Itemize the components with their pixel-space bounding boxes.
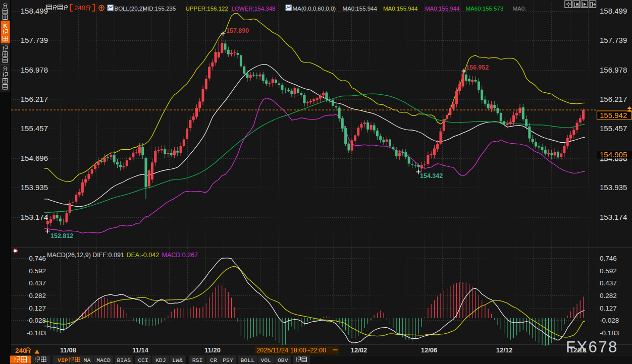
svg-text:156.217: 156.217 — [600, 95, 627, 103]
svg-text:0.746: 0.746 — [600, 255, 617, 262]
svg-text:0.282: 0.282 — [29, 292, 46, 299]
svg-text:154.342: 154.342 — [420, 172, 443, 179]
svg-text:154.696: 154.696 — [21, 154, 48, 162]
svg-text:11/08: 11/08 — [60, 346, 76, 354]
svg-text:MA: MA — [84, 357, 91, 363]
svg-text:MA0:155.944: MA0:155.944 — [383, 6, 418, 12]
svg-text:MACD(26,12,9) DIFF:0.091: MACD(26,12,9) DIFF:0.091 — [47, 252, 124, 259]
svg-text:157.890: 157.890 — [226, 27, 249, 34]
svg-text:0.282: 0.282 — [600, 292, 617, 299]
svg-text:157.739: 157.739 — [21, 36, 48, 44]
svg-text:0.437: 0.437 — [600, 279, 617, 287]
svg-text:-0.028: -0.028 — [27, 317, 46, 324]
svg-text:156.978: 156.978 — [600, 66, 627, 74]
svg-text:153.174: 153.174 — [21, 213, 48, 221]
svg-text:155.457: 155.457 — [21, 124, 48, 133]
svg-text:12/02: 12/02 — [351, 346, 367, 354]
svg-text:KDJ: KDJ — [155, 357, 166, 363]
svg-text:BOLL(20,2): BOLL(20,2) — [115, 6, 145, 12]
svg-text:154.905: 154.905 — [600, 150, 627, 159]
svg-text:MA0:: MA0: — [513, 6, 526, 12]
svg-text:BIAS: BIAS — [117, 357, 131, 363]
svg-text:153.935: 153.935 — [600, 183, 627, 192]
svg-text:MA60:155.573: MA60:155.573 — [466, 6, 504, 12]
svg-text:11/20: 11/20 — [204, 346, 221, 354]
svg-text:UPPER:156.122: UPPER:156.122 — [186, 6, 228, 12]
svg-text:RSI: RSI — [192, 357, 203, 363]
svg-text:155.942: 155.942 — [600, 111, 627, 119]
svg-text:-0.028: -0.028 — [600, 317, 619, 324]
svg-text:-0.183: -0.183 — [600, 329, 619, 337]
svg-text:CR: CR — [210, 357, 217, 363]
svg-text:VOL: VOL — [260, 357, 271, 363]
svg-text:VIP: VIP — [58, 357, 68, 363]
svg-text:DEA:-0.042: DEA:-0.042 — [127, 252, 160, 259]
svg-text:240: 240 — [15, 347, 27, 354]
svg-text:K: K — [4, 23, 8, 29]
svg-text:158.499: 158.499 — [21, 7, 48, 15]
svg-text:11/14: 11/14 — [132, 346, 149, 354]
svg-text:MID:155.235: MID:155.235 — [143, 6, 176, 12]
svg-text:156.978: 156.978 — [21, 66, 48, 74]
svg-text:12/12: 12/12 — [496, 346, 513, 354]
svg-text:PSY: PSY — [223, 357, 233, 363]
svg-text:MACD: MACD — [96, 357, 111, 363]
svg-text:153.935: 153.935 — [21, 183, 48, 192]
svg-text:MA0:155.944: MA0:155.944 — [343, 6, 378, 12]
svg-text:2025/11/24 18:00~22:00: 2025/11/24 18:00~22:00 — [256, 346, 326, 354]
svg-text:0.746: 0.746 — [29, 255, 46, 262]
svg-text:156.952: 156.952 — [466, 64, 489, 71]
svg-text:0.592: 0.592 — [600, 267, 617, 275]
svg-text:240: 240 — [74, 4, 85, 12]
svg-text:OBV: OBV — [278, 357, 288, 363]
svg-text:-0.183: -0.183 — [27, 329, 46, 337]
svg-text:0.127: 0.127 — [29, 305, 46, 312]
svg-text:158.499: 158.499 — [600, 7, 627, 15]
svg-text:0.127: 0.127 — [600, 305, 617, 312]
svg-text:BOLL: BOLL — [240, 357, 254, 363]
svg-text:LW&: LW& — [172, 357, 183, 363]
svg-text:12/06: 12/06 — [421, 346, 438, 354]
svg-text:153.174: 153.174 — [600, 213, 627, 221]
svg-text:CCI: CCI — [138, 357, 148, 363]
svg-text:152.812: 152.812 — [50, 232, 73, 239]
svg-text:157.739: 157.739 — [600, 36, 627, 44]
svg-text:MACD:0.267: MACD:0.267 — [162, 252, 198, 259]
svg-text:0.592: 0.592 — [29, 267, 46, 275]
svg-text:FX678: FX678 — [566, 338, 618, 356]
svg-text:LOWER:154.348: LOWER:154.348 — [232, 6, 276, 12]
svg-text:MA(0,0,0,60,0,0): MA(0,0,0,60,0,0) — [293, 6, 336, 12]
svg-text:0.437: 0.437 — [29, 279, 46, 287]
svg-text:155.457: 155.457 — [600, 124, 627, 133]
svg-text:MA0:155.944: MA0:155.944 — [425, 6, 460, 12]
svg-text:156.217: 156.217 — [21, 95, 48, 103]
